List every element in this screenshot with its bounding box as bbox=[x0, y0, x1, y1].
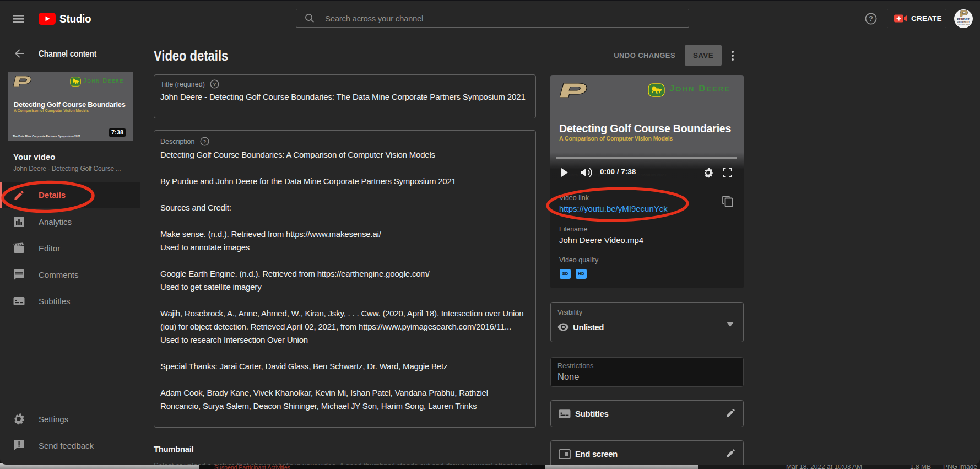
svg-text:?: ? bbox=[213, 81, 216, 87]
svg-text:?: ? bbox=[869, 15, 873, 23]
svg-text:?: ? bbox=[203, 138, 207, 144]
